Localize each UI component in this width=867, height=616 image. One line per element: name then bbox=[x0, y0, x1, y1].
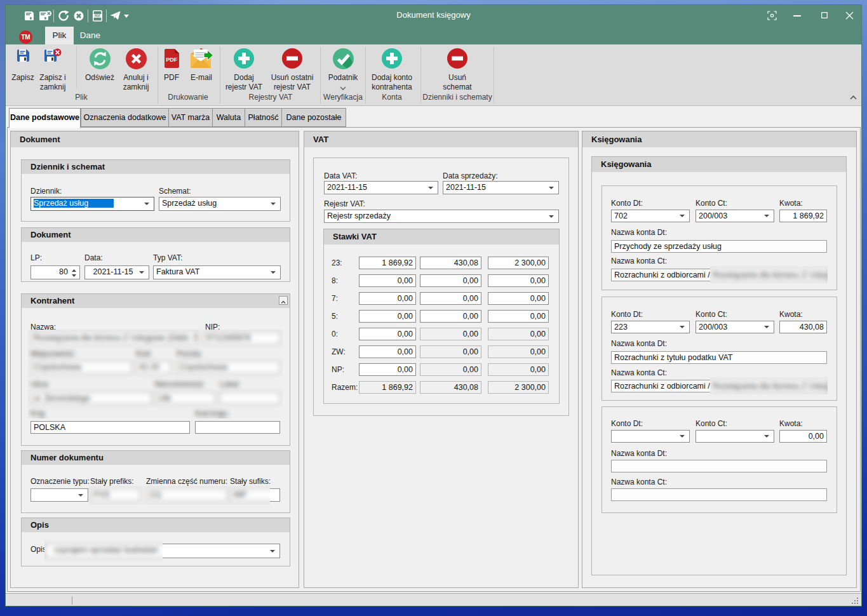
svg-text:PDF: PDF bbox=[166, 57, 178, 63]
svg-text:PDF: PDF bbox=[95, 15, 100, 18]
